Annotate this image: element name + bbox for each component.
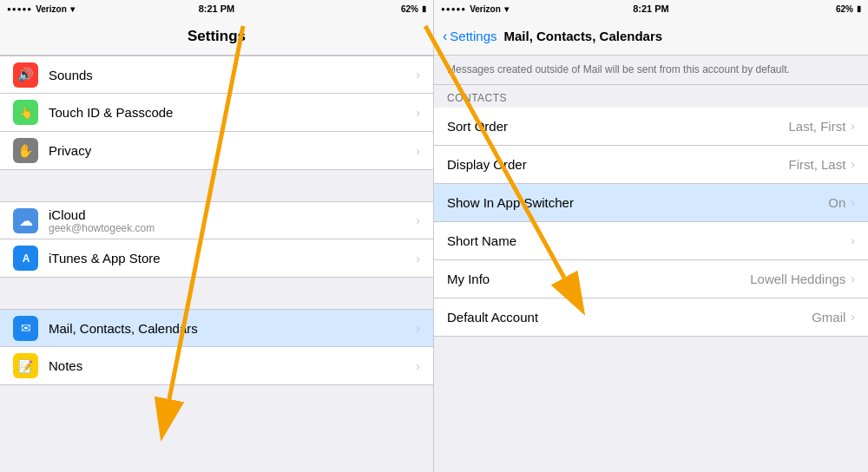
settings-group-1: 🔊 Sounds › 👆 Touch ID & Passcode › ✋ Pri… [0, 56, 433, 170]
right-signal-dots: ●●●●● [441, 5, 466, 13]
settings-item-touchid[interactable]: 👆 Touch ID & Passcode › [0, 94, 433, 132]
icloud-icon: ☁ [13, 208, 38, 233]
settings-item-notes[interactable]: 📝 Notes › [0, 347, 433, 385]
sort-order-chevron: › [851, 119, 855, 133]
mail-icon: ✉ [13, 316, 38, 341]
short-name-chevron: › [851, 233, 855, 247]
battery-icon: ▮ [422, 4, 426, 13]
right-time: 8:21 PM [633, 3, 669, 14]
right-carrier-name: Verizon [470, 4, 501, 14]
sounds-content: Sounds [49, 68, 405, 82]
sounds-chevron: › [416, 68, 420, 82]
notes-icon: 📝 [13, 353, 38, 378]
appstore-chevron: › [416, 252, 420, 266]
contacts-section-header: CONTACTS [434, 85, 868, 108]
svg-text:A: A [22, 252, 30, 265]
detail-item-short-name[interactable]: Short Name › [434, 222, 868, 260]
right-status-bar: ●●●●● Verizon ▾ 8:21 PM 62% ▮ [434, 0, 868, 17]
touchid-content: Touch ID & Passcode [49, 105, 405, 120]
wifi-icon: ▾ [70, 4, 75, 14]
back-button[interactable]: ‹ Settings [443, 29, 497, 44]
icloud-chevron: › [416, 213, 420, 227]
appstore-content: iTunes & App Store [49, 251, 405, 266]
privacy-icon: ✋ [13, 138, 38, 163]
back-label: Settings [450, 29, 496, 43]
my-info-chevron: › [851, 272, 855, 285]
right-wifi-icon: ▾ [504, 4, 509, 14]
account-description: Messages created outside of Mail will be… [434, 56, 868, 85]
detail-list: Messages created outside of Mail will be… [434, 56, 868, 472]
separator-1 [0, 170, 433, 201]
default-account-chevron: › [851, 310, 855, 324]
icloud-content: iCloud geek@howtogeek.com [49, 207, 405, 234]
right-battery-info: 62% ▮ [836, 4, 861, 14]
left-status-bar: ●●●●● Verizon ▾ 8:21 PM 62% ▮ [0, 0, 433, 17]
separator-2 [0, 278, 433, 309]
privacy-chevron: › [416, 144, 420, 158]
detail-item-show-in-app-switcher[interactable]: Show In App Switcher On › [434, 184, 868, 222]
sounds-icon: 🔊 [13, 62, 38, 88]
right-carrier-info: ●●●●● Verizon ▾ [441, 4, 509, 14]
mail-content: Mail, Contacts, Calendars [49, 321, 405, 336]
settings-item-sounds[interactable]: 🔊 Sounds › [0, 56, 433, 94]
right-battery-icon: ▮ [857, 4, 861, 13]
detail-item-display-order[interactable]: Display Order First, Last › [434, 146, 868, 184]
left-nav-title: Settings [0, 17, 433, 56]
signal-dots: ●●●●● [7, 5, 32, 13]
right-nav-title: Mail, Contacts, Calendars [504, 29, 663, 43]
settings-item-mail[interactable]: ✉ Mail, Contacts, Calendars › [0, 309, 433, 347]
settings-item-appstore[interactable]: A iTunes & App Store › [0, 239, 433, 278]
battery-percent: 62% [401, 4, 418, 14]
mail-chevron: › [416, 321, 420, 335]
notes-content: Notes [49, 358, 405, 373]
left-battery-info: 62% ▮ [401, 4, 426, 14]
settings-group-3: ✉ Mail, Contacts, Calendars › 📝 Notes › [0, 309, 433, 385]
settings-item-privacy[interactable]: ✋ Privacy › [0, 132, 433, 170]
notes-chevron: › [416, 359, 420, 373]
detail-item-my-info[interactable]: My Info Lowell Heddings › [434, 260, 868, 298]
detail-item-default-account[interactable]: Default Account Gmail › [434, 298, 868, 337]
right-nav-bar: ‹ Settings Mail, Contacts, Calendars [434, 17, 868, 56]
left-settings-list: 🔊 Sounds › 👆 Touch ID & Passcode › ✋ Pri… [0, 56, 433, 472]
touchid-chevron: › [416, 106, 420, 120]
settings-item-icloud[interactable]: ☁ iCloud geek@howtogeek.com › [0, 201, 433, 239]
left-time: 8:21 PM [199, 3, 235, 14]
right-panel: ●●●●● Verizon ▾ 8:21 PM 62% ▮ ‹ Settings… [434, 0, 868, 472]
back-chevron-icon: ‹ [443, 29, 447, 44]
settings-group-2: ☁ iCloud geek@howtogeek.com › A iTunes &… [0, 201, 433, 278]
privacy-content: Privacy [49, 143, 405, 158]
right-battery-percent: 62% [836, 4, 853, 14]
carrier-name: Verizon [36, 4, 67, 14]
show-in-app-switcher-chevron: › [851, 195, 855, 209]
touchid-icon: 👆 [13, 100, 38, 125]
appstore-icon: A [13, 246, 38, 271]
detail-item-sort-order[interactable]: Sort Order Last, First › [434, 108, 868, 146]
left-panel: ●●●●● Verizon ▾ 8:21 PM 62% ▮ Settings 🔊… [0, 0, 434, 472]
left-carrier-info: ●●●●● Verizon ▾ [7, 4, 75, 14]
display-order-chevron: › [851, 157, 855, 171]
